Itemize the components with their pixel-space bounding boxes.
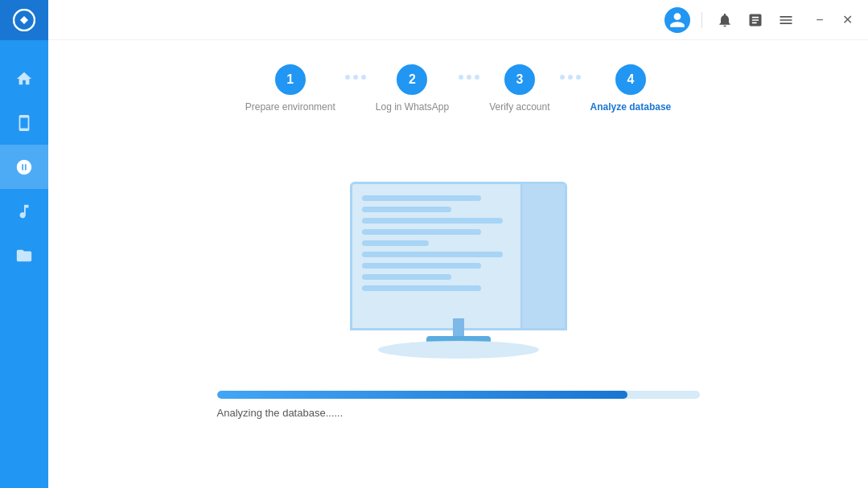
screen-line [362, 240, 429, 246]
progress-area: Analyzing the database...... [209, 391, 708, 419]
screen-line [362, 218, 504, 223]
sidebar-item-backup[interactable] [0, 145, 48, 189]
main-content: − ✕ 1 Prepare environment 2 Log in Whats… [48, 0, 868, 488]
step-4: 4 Analyze database [590, 64, 672, 113]
dot [345, 75, 350, 80]
dot [576, 75, 581, 80]
bell-icon[interactable] [714, 9, 736, 31]
screen-sidebar [520, 184, 565, 328]
progress-bar-background [217, 391, 700, 399]
step-label-1: Prepare environment [245, 101, 335, 113]
step-label-2: Log in WhatsApp [376, 101, 449, 113]
dot [560, 75, 565, 80]
monitor-illustration [322, 182, 595, 359]
progress-text: Analyzing the database...... [217, 407, 700, 419]
sidebar [0, 0, 48, 488]
screen-content-area [352, 184, 520, 328]
step-label-4: Analyze database [590, 101, 672, 113]
step-2: 2 Log in WhatsApp [376, 64, 449, 113]
step-circle-2: 2 [397, 64, 427, 95]
step-dots-2 [459, 75, 479, 80]
progress-bar-fill [217, 391, 627, 399]
sidebar-item-files[interactable] [0, 233, 48, 277]
app-logo[interactable] [0, 0, 48, 40]
close-button[interactable]: ✕ [836, 9, 858, 31]
screen-line [362, 252, 504, 257]
step-circle-3: 3 [504, 64, 535, 95]
screen-line [362, 229, 481, 235]
steps-container: 1 Prepare environment 2 Log in WhatsApp … [48, 40, 868, 129]
screen-line [362, 285, 481, 291]
step-dots-3 [560, 75, 581, 80]
sidebar-item-device[interactable] [0, 100, 48, 145]
step-3: 3 Verify account [489, 64, 549, 113]
step-circle-1: 1 [275, 64, 306, 95]
dot [475, 75, 479, 80]
dot [353, 75, 358, 80]
step-1: 1 Prepare environment [245, 64, 335, 113]
window-controls: − ✕ [808, 9, 858, 31]
dot [459, 75, 463, 80]
illustration-area: Analyzing the database...... [48, 129, 868, 488]
minimize-button[interactable]: − [808, 9, 831, 31]
monitor-stand-neck [453, 318, 464, 336]
monitor-screen [350, 182, 567, 330]
avatar[interactable] [664, 7, 690, 33]
titlebar: − ✕ [48, 0, 868, 40]
sidebar-item-music[interactable] [0, 189, 48, 233]
notes-icon[interactable] [744, 9, 767, 31]
dot [568, 75, 573, 80]
sidebar-item-home[interactable] [0, 56, 48, 100]
titlebar-divider [701, 12, 702, 28]
dot [467, 75, 471, 80]
sidebar-nav [0, 56, 48, 277]
dot [361, 75, 366, 80]
step-dots-1 [345, 75, 366, 80]
step-label-3: Verify account [489, 101, 549, 113]
screen-line [362, 207, 451, 212]
menu-icon[interactable] [775, 9, 797, 31]
monitor-shadow [378, 341, 539, 359]
screen-line [362, 263, 481, 269]
screen-line [362, 274, 451, 280]
screen-line [362, 195, 481, 201]
step-circle-4: 4 [615, 64, 646, 95]
